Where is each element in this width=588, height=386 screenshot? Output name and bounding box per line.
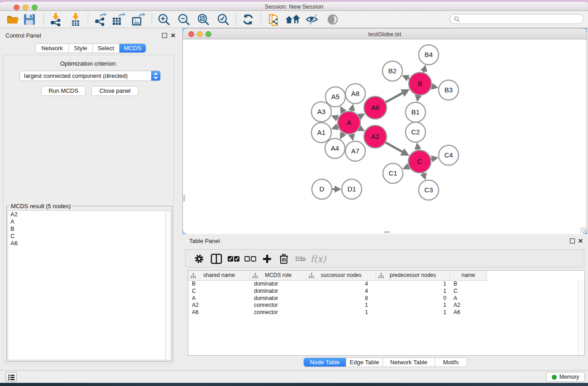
table-cell[interactable]: 4 <box>306 281 376 288</box>
export-network-button[interactable] <box>92 12 108 27</box>
graph-node-C1[interactable]: C1 <box>383 163 403 183</box>
table-cell[interactable]: 1 <box>306 302 376 309</box>
graph-node-C3[interactable]: C3 <box>419 180 439 200</box>
column-header-name[interactable]: name <box>450 271 487 281</box>
graph-node-A6[interactable]: A6 <box>364 96 387 119</box>
table-panel-close-button[interactable]: ✕ <box>578 238 583 243</box>
table-cell[interactable]: B <box>450 281 487 288</box>
mcds-result-scrollbar[interactable] <box>165 210 171 360</box>
table-cell[interactable]: A <box>188 295 250 302</box>
mcds-result-item[interactable]: A6 <box>8 240 165 247</box>
graph-node-B1[interactable]: B1 <box>406 102 425 122</box>
tab-node-table[interactable]: Node Table <box>304 358 346 367</box>
graph-node-D[interactable]: D <box>312 179 332 199</box>
refresh-view-button[interactable] <box>240 12 256 27</box>
graph-node-C2[interactable]: C2 <box>406 122 425 142</box>
zoom-out-button[interactable] <box>176 12 191 27</box>
deselect-all-button[interactable] <box>244 252 257 266</box>
zoom-fit-button[interactable] <box>196 12 211 27</box>
vertical-scroll-mark[interactable] <box>183 195 185 201</box>
table-cell[interactable]: dominator <box>250 295 306 302</box>
table-cell[interactable]: dominator <box>250 281 306 288</box>
hide-selected-button[interactable] <box>305 12 320 27</box>
clone-network-button[interactable] <box>266 12 282 27</box>
table-row[interactable]: A2connector11A2 <box>188 302 578 309</box>
import-table-button[interactable] <box>68 12 83 27</box>
table-cell[interactable]: A2 <box>188 302 250 309</box>
mcds-result-item[interactable]: C <box>8 233 165 240</box>
table-cell[interactable]: A2 <box>450 302 487 309</box>
import-network-button[interactable] <box>48 12 63 27</box>
delete-column-button[interactable] <box>277 252 291 266</box>
control-panel-float-button[interactable] <box>162 33 167 38</box>
graph-node-A3[interactable]: A3 <box>311 102 331 122</box>
table-cell[interactable]: A6 <box>188 309 250 316</box>
open-session-button[interactable] <box>5 12 21 27</box>
search-field[interactable] <box>450 14 584 24</box>
network-home-button[interactable] <box>285 12 301 27</box>
graph-edge-A2-C[interactable] <box>386 143 403 152</box>
close-panel-button[interactable]: Close panel <box>91 86 139 96</box>
mcds-result-item[interactable]: A <box>8 218 165 225</box>
column-header-shared-name[interactable]: shared name <box>188 271 250 281</box>
graph-node-C4[interactable]: C4 <box>439 145 459 165</box>
graph-node-B2[interactable]: B2 <box>382 61 402 81</box>
column-header-mcds-role[interactable]: MCDS role <box>250 271 306 281</box>
table-cell[interactable]: 1 <box>376 309 450 316</box>
table-cell[interactable]: A <box>450 295 487 302</box>
table-cell[interactable]: 1 <box>376 288 450 295</box>
graph-node-C[interactable]: C <box>408 150 431 173</box>
table-cell[interactable]: C <box>188 288 250 295</box>
zoom-selected-button[interactable] <box>215 12 231 27</box>
table-row[interactable]: A6connector11A6 <box>188 309 578 316</box>
export-table-button[interactable] <box>111 12 126 27</box>
graph-node-B[interactable]: B <box>409 72 431 95</box>
save-session-button[interactable] <box>22 12 37 27</box>
graph-node-A1[interactable]: A1 <box>311 123 331 143</box>
show-all-button[interactable] <box>325 12 340 27</box>
node-table-scrollbar[interactable] <box>578 281 584 355</box>
table-cell[interactable]: 1 <box>376 302 450 309</box>
tab-motifs[interactable]: Motifs <box>435 358 467 367</box>
mcds-result-item[interactable]: A2 <box>8 211 165 218</box>
graph-node-B4[interactable]: B4 <box>419 45 439 65</box>
tab-select[interactable]: Select <box>93 44 120 52</box>
table-cell[interactable]: 1 <box>306 309 376 316</box>
tab-network-table[interactable]: Network Table <box>383 358 435 367</box>
table-panel-float-button[interactable] <box>570 238 575 243</box>
memory-button[interactable]: Memory <box>546 372 585 382</box>
column-header-successor-nodes[interactable]: successor nodes <box>306 271 376 281</box>
graph-node-D1[interactable]: D1 <box>342 179 362 199</box>
network-canvas[interactable]: B4B2BB3A5A8A6A3B1AC2A1A2A4A7C4CC1DD1C3 <box>183 39 587 234</box>
criterion-dropdown[interactable]: largest connected component (directed) <box>19 71 161 81</box>
tab-network[interactable]: Network <box>36 44 69 52</box>
tab-edge-table[interactable]: Edge Table <box>346 358 383 367</box>
table-row[interactable]: Bdominator41B <box>188 281 578 288</box>
table-settings-button[interactable] <box>192 252 206 266</box>
zoom-in-button[interactable] <box>156 12 172 27</box>
horizontal-scroll-mark[interactable] <box>384 231 390 233</box>
column-header-predecessor-nodes[interactable]: predecessor nodes <box>376 271 450 281</box>
graph-edge-A6-B[interactable] <box>386 93 403 102</box>
graph-node-B3[interactable]: B3 <box>439 80 459 100</box>
export-image-button[interactable] <box>131 12 146 27</box>
table-cell[interactable]: connector <box>250 302 306 309</box>
run-mcds-button[interactable]: Run MCDS <box>41 86 86 96</box>
table-cell[interactable]: 0 <box>376 295 450 302</box>
window-resize-grip[interactable] <box>580 227 586 233</box>
graph-node-A[interactable]: A <box>338 111 360 134</box>
control-panel-close-button[interactable]: ✕ <box>171 33 176 38</box>
function-builder-button[interactable]: f(x) <box>309 252 328 266</box>
mcds-result-item[interactable]: B <box>8 225 165 233</box>
delete-table-button[interactable] <box>294 252 307 266</box>
add-column-button[interactable] <box>260 252 274 266</box>
table-cell[interactable]: B <box>188 281 250 288</box>
toggle-column-view-button[interactable] <box>210 252 223 266</box>
table-cell[interactable]: 4 <box>306 288 376 295</box>
table-cell[interactable]: A6 <box>450 309 487 316</box>
table-row[interactable]: Cdominator41C <box>188 288 578 295</box>
tab-mcds[interactable]: MCDS <box>120 44 146 52</box>
tab-style[interactable]: Style <box>69 44 93 52</box>
graph-node-A2[interactable]: A2 <box>364 125 387 148</box>
table-cell[interactable]: 1 <box>376 281 450 288</box>
